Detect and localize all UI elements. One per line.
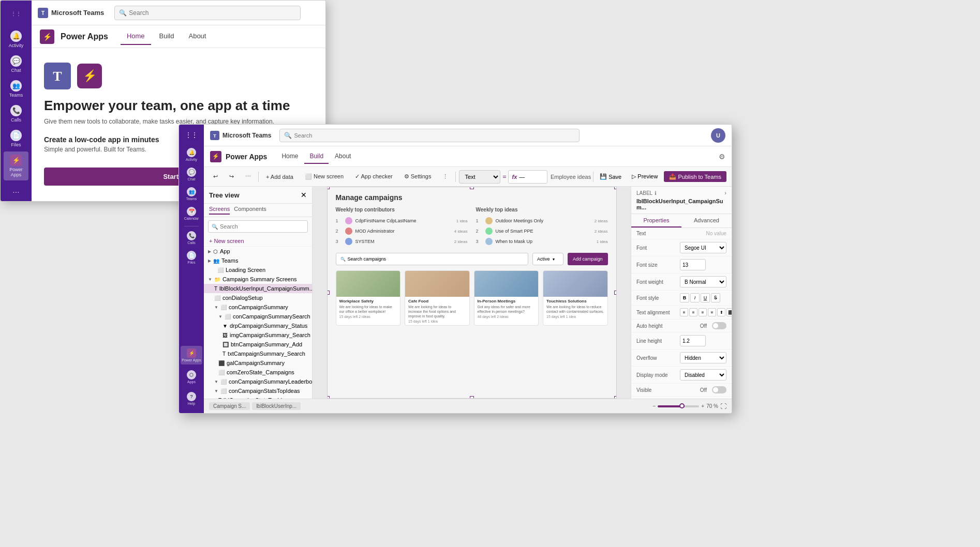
publish-button[interactable]: 📤 Publish to Teams bbox=[664, 171, 726, 182]
tree-search-input[interactable] bbox=[220, 223, 304, 230]
tree-item[interactable]: T txtCampaignSummary_Search bbox=[204, 349, 312, 358]
canvas-handle-mr[interactable] bbox=[614, 291, 617, 295]
zoom-expand-icon[interactable]: ⛶ bbox=[720, 403, 726, 410]
canvas-handle-bc[interactable] bbox=[470, 396, 474, 399]
font-size-input[interactable] bbox=[680, 259, 706, 270]
align-right-button[interactable]: ≡ bbox=[699, 308, 707, 316]
sidebar2-powerapps[interactable]: ⚡ Power Apps bbox=[181, 346, 202, 364]
settings-icon[interactable]: ⚙ bbox=[719, 153, 725, 161]
tree-item[interactable]: ▼ drpCampaignSummary_Status bbox=[204, 321, 312, 330]
underline-button[interactable]: U bbox=[701, 293, 710, 302]
tree-item[interactable]: ▶ 👥 Teams bbox=[204, 256, 312, 265]
sidebar2-grid[interactable]: ⋮⋮ bbox=[181, 128, 202, 142]
toolbar-more-button[interactable]: ⋮ bbox=[438, 172, 452, 181]
align-top-button[interactable]: ⬆ bbox=[717, 308, 725, 316]
sidebar2-calendar[interactable]: 📅 Calendar bbox=[181, 204, 202, 223]
tab-about[interactable]: About bbox=[182, 28, 212, 45]
tree-item[interactable]: ⬛ galCampaignSummary bbox=[204, 358, 312, 368]
statusbar-element-tab[interactable]: lblBlockUserInp... bbox=[252, 402, 301, 410]
line-height-input[interactable] bbox=[680, 335, 706, 346]
tree-tab-components[interactable]: Components bbox=[234, 206, 266, 215]
sidebar-item-chat[interactable]: 💬 Chat bbox=[4, 52, 28, 76]
sidebar2-help[interactable]: ? Help bbox=[181, 389, 202, 408]
visible-toggle[interactable] bbox=[712, 386, 726, 393]
canvas-card[interactable]: In-Person Meetings Got any ideas for saf… bbox=[474, 270, 539, 326]
tree-new-screen-button[interactable]: + New screen bbox=[204, 236, 312, 247]
tree-search-box[interactable]: 🔍 bbox=[208, 220, 308, 233]
canvas-handle-tl[interactable] bbox=[327, 187, 330, 189]
props-tab-advanced[interactable]: Advanced bbox=[681, 214, 732, 227]
align-justify-button[interactable]: ≡ bbox=[708, 308, 716, 316]
font-select[interactable]: Segoe UI bbox=[680, 242, 726, 253]
props-tab-properties[interactable]: Properties bbox=[631, 214, 681, 227]
formula-bar[interactable]: fx — bbox=[508, 170, 547, 184]
undo-button[interactable]: ↩ bbox=[209, 172, 222, 181]
tree-item[interactable]: ▼ ⬜ conCampaignSummary bbox=[204, 302, 312, 312]
tree-close-icon[interactable]: ✕ bbox=[301, 191, 307, 199]
canvas-handle-ml[interactable] bbox=[327, 291, 330, 295]
align-left-button[interactable]: ≡ bbox=[680, 308, 688, 316]
canvas-handle-tc[interactable] bbox=[470, 187, 474, 189]
search-box2[interactable]: 🔍 bbox=[279, 129, 580, 142]
align-center-button[interactable]: ≡ bbox=[689, 308, 697, 316]
tree-item[interactable]: 🖼 imgCampaignSummary_Search bbox=[204, 330, 312, 340]
tree-item[interactable]: ▼ ⬜ conCampaignStatsTopIdeas bbox=[204, 386, 312, 396]
preview-button[interactable]: ▷ Preview bbox=[628, 172, 662, 181]
tree-item[interactable]: ⬜ Loading Screen bbox=[204, 265, 312, 275]
sidebar2-activity[interactable]: 🔔 Activity bbox=[181, 145, 202, 164]
canvas-card[interactable]: Touchless Solutions We are looking for i… bbox=[543, 270, 608, 326]
sidebar2-files[interactable]: 📄 Files bbox=[181, 248, 202, 267]
sidebar-item-powerapps[interactable]: ⚡ Power Apps bbox=[4, 151, 28, 180]
search-input2[interactable] bbox=[294, 132, 575, 139]
auto-height-toggle[interactable] bbox=[712, 322, 726, 329]
sidebar2-teams[interactable]: 👥 Teams bbox=[181, 185, 202, 203]
app-checker-button[interactable]: ✓ App checker bbox=[351, 172, 397, 181]
strikethrough-button[interactable]: S̶ bbox=[711, 293, 720, 302]
canvas-status-dropdown[interactable]: Active ▼ bbox=[532, 253, 563, 265]
more-button[interactable]: ⋯ bbox=[241, 172, 255, 181]
search-box[interactable]: 🔍 bbox=[114, 6, 301, 20]
display-mode-select[interactable]: Disabled bbox=[680, 369, 726, 381]
sidebar-item-files[interactable]: 📄 Files bbox=[4, 127, 28, 150]
canvas-card[interactable]: Cafe Food We are looking for ideas to in… bbox=[405, 270, 470, 326]
tree-item[interactable]: ▼ ⬜ conCampaignSummaryLeaderboard bbox=[204, 377, 312, 386]
tree-item[interactable]: ▼ ⬜ conCampaignSummarySearch bbox=[204, 312, 312, 321]
tree-item[interactable]: ⬜ conDialogSetup bbox=[204, 293, 312, 302]
align-middle-button[interactable]: ⬛ bbox=[726, 308, 732, 316]
new-screen-button[interactable]: ⬜ New screen bbox=[301, 172, 348, 181]
redo-button[interactable]: ↪ bbox=[225, 172, 238, 181]
tab2-build[interactable]: Build bbox=[304, 149, 329, 164]
tree-item[interactable]: ▶ ⬡ App bbox=[204, 247, 312, 256]
user-avatar[interactable]: U bbox=[711, 128, 725, 143]
tree-tab-screens[interactable]: Screens bbox=[209, 206, 230, 215]
sidebar-item-grid[interactable]: ⋮⋮ bbox=[4, 5, 28, 23]
tab-home[interactable]: Home bbox=[121, 28, 151, 45]
canvas-add-campaign-button[interactable]: Add campaign bbox=[568, 253, 608, 265]
sidebar2-apps[interactable]: ⬡ Apps bbox=[181, 368, 202, 386]
tree-item-selected[interactable]: T lblBlockUserInput_CampaignSumm... bbox=[204, 284, 312, 293]
canvas-handle-bl[interactable] bbox=[327, 396, 330, 399]
sidebar2-chat[interactable]: 💬 Chat bbox=[181, 165, 202, 184]
sidebar-more-dots[interactable]: ... bbox=[12, 186, 19, 201]
sidebar2-calls[interactable]: 📞 Calls bbox=[181, 229, 202, 247]
add-data-button[interactable]: + Add data bbox=[262, 172, 298, 181]
settings-button[interactable]: ⚙ Settings bbox=[400, 172, 436, 181]
tree-item[interactable]: ▼ 📁 Campaign Summary Screens bbox=[204, 275, 312, 284]
tree-item[interactable]: ⬜ comZeroState_Campaigns bbox=[204, 368, 312, 377]
tab2-about[interactable]: About bbox=[330, 149, 356, 164]
sidebar-item-teams[interactable]: 👥 Teams bbox=[4, 77, 28, 101]
zoom-minus-icon[interactable]: − bbox=[653, 403, 656, 409]
zoom-handle[interactable] bbox=[679, 403, 685, 408]
zoom-slider[interactable] bbox=[658, 405, 699, 407]
tab2-home[interactable]: Home bbox=[276, 149, 303, 164]
font-weight-select[interactable]: B Normal bbox=[680, 276, 726, 287]
props-expand-icon[interactable]: › bbox=[724, 190, 726, 196]
tree-item[interactable]: 🔲 btnCampaignSummary_Add bbox=[204, 340, 312, 349]
overflow-select[interactable]: Hidden bbox=[680, 352, 726, 363]
canvas-handle-br[interactable] bbox=[614, 396, 617, 399]
zoom-plus-icon[interactable]: + bbox=[701, 403, 704, 409]
bold-button[interactable]: B bbox=[680, 293, 689, 302]
canvas-search-box[interactable]: 🔍 Search campaigns bbox=[336, 253, 528, 265]
formula-type-select[interactable]: Text bbox=[459, 170, 500, 184]
italic-button[interactable]: I bbox=[690, 293, 700, 302]
